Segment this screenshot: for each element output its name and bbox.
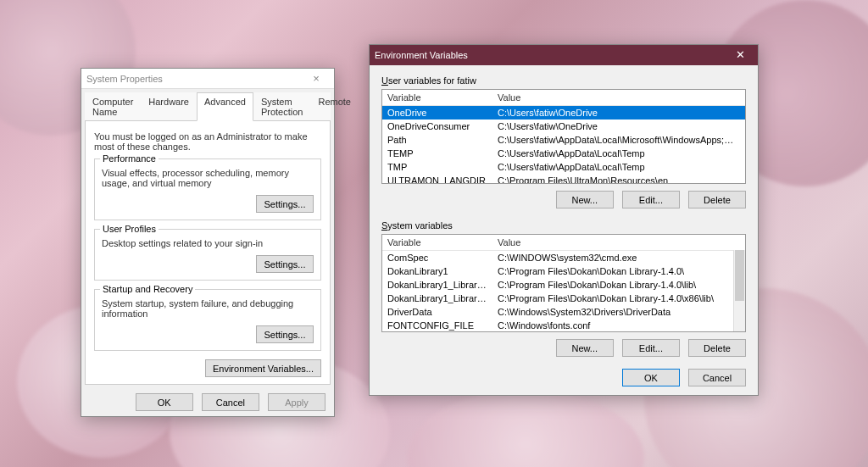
- user-delete-button[interactable]: Delete: [688, 191, 746, 208]
- var-name: DokanLibrary1_LibraryPath_...: [382, 279, 492, 291]
- table-row[interactable]: OneDriveConsumerC:\Users\fatiw\OneDrive: [382, 120, 745, 133]
- tab-remote[interactable]: Remote: [310, 92, 359, 120]
- user-list-header[interactable]: Variable Value: [382, 90, 745, 106]
- environment-variables-window: Environment Variables ✕ User variables f…: [369, 44, 759, 396]
- var-value: C:\Windows\fonts.conf: [492, 320, 745, 331]
- tab-system-protection[interactable]: System Protection: [253, 92, 311, 120]
- table-row[interactable]: DokanLibrary1C:\Program Files\Dokan\Doka…: [382, 264, 745, 278]
- var-value: C:\Program Files\Dokan\Dokan Library-1.4…: [492, 279, 745, 291]
- scrollbar-thumb[interactable]: [735, 250, 744, 301]
- sys-delete-button[interactable]: Delete: [688, 339, 746, 357]
- performance-title: Performance: [100, 153, 159, 164]
- envvar-cancel-button[interactable]: Cancel: [688, 369, 746, 386]
- var-value: C:\Users\fatiw\AppData\Local\Microsoft\W…: [492, 134, 745, 146]
- table-row[interactable]: FONTCONFIG_FILEC:\Windows\fonts.conf: [382, 319, 745, 332]
- col-variable[interactable]: Variable: [382, 90, 492, 105]
- table-row[interactable]: DokanLibrary1_LibraryPath_...C:\Program …: [382, 292, 745, 305]
- user-variables-label: User variables for fatiw: [381, 75, 746, 86]
- var-name: ComSpec: [382, 252, 492, 264]
- var-value: C:\Program Files\UltraMon\Resources\en: [492, 175, 745, 184]
- user-edit-button[interactable]: Edit...: [622, 191, 680, 208]
- user-profiles-group: User Profiles Desktop settings related t…: [94, 229, 321, 281]
- user-profiles-settings-button[interactable]: Settings...: [256, 255, 314, 273]
- var-value: C:\Users\fatiw\AppData\Local\Temp: [492, 161, 745, 173]
- var-value: C:\Program Files\Dokan\Dokan Library-1.4…: [492, 292, 745, 304]
- tab-advanced[interactable]: Advanced: [197, 92, 253, 121]
- system-variables-label: System variables: [381, 220, 746, 231]
- var-value: C:\Program Files\Dokan\Dokan Library-1.4…: [492, 265, 745, 277]
- envvar-ok-button[interactable]: OK: [622, 369, 680, 386]
- user-profiles-title: User Profiles: [100, 224, 159, 234]
- ok-button[interactable]: OK: [136, 393, 193, 411]
- var-name: TEMP: [382, 147, 492, 159]
- var-name: DokanLibrary1_LibraryPath_...: [382, 292, 492, 304]
- performance-group: Performance Visual effects, processor sc…: [94, 158, 321, 220]
- var-value: C:\Users\fatiw\OneDrive: [492, 120, 745, 132]
- var-name: DokanLibrary1: [382, 265, 492, 277]
- system-variables-list[interactable]: Variable Value ComSpecC:\WINDOWS\system3…: [381, 234, 746, 332]
- apply-button[interactable]: Apply: [268, 393, 326, 411]
- startup-recovery-desc: System startup, system failure, and debu…: [102, 298, 314, 319]
- envvar-titlebar[interactable]: Environment Variables ✕: [370, 45, 758, 65]
- var-name: ULTRAMON_LANGDIR: [382, 175, 492, 184]
- var-name: OneDrive: [382, 107, 492, 119]
- var-value: C:\Users\fatiw\OneDrive: [492, 107, 745, 119]
- environment-variables-button[interactable]: Environment Variables...: [205, 359, 321, 377]
- table-row[interactable]: DriverDataC:\Windows\System32\Drivers\Dr…: [382, 305, 745, 319]
- startup-recovery-group: Startup and Recovery System startup, sys…: [94, 289, 321, 351]
- performance-settings-button[interactable]: Settings...: [256, 195, 314, 213]
- sys-new-button[interactable]: New...: [556, 339, 614, 357]
- user-variables-list[interactable]: Variable Value OneDriveC:\Users\fatiw\On…: [381, 89, 746, 184]
- envvar-body: User variables for fatiw Variable Value …: [370, 65, 758, 395]
- system-properties-window: System Properties × Computer Name Hardwa…: [81, 68, 335, 417]
- var-name: OneDriveConsumer: [382, 120, 492, 132]
- table-row[interactable]: ComSpecC:\WINDOWS\system32\cmd.exe: [382, 251, 745, 264]
- startup-recovery-title: Startup and Recovery: [100, 284, 195, 294]
- var-value: C:\Windows\System32\Drivers\DriverData: [492, 306, 745, 318]
- table-row[interactable]: OneDriveC:\Users\fatiw\OneDrive: [382, 106, 745, 120]
- sysprop-footer: OK Cancel Apply: [81, 388, 334, 416]
- var-name: TMP: [382, 161, 492, 173]
- col-variable[interactable]: Variable: [382, 235, 492, 250]
- sysprop-titlebar[interactable]: System Properties ×: [81, 69, 334, 89]
- tab-computer-name[interactable]: Computer Name: [85, 92, 141, 120]
- sysprop-content: You must be logged on as an Administrato…: [85, 121, 331, 385]
- close-icon[interactable]: ×: [303, 69, 329, 89]
- table-row[interactable]: PathC:\Users\fatiw\AppData\Local\Microso…: [382, 133, 745, 147]
- table-row[interactable]: TMPC:\Users\fatiw\AppData\Local\Temp: [382, 160, 745, 174]
- scrollbar[interactable]: [733, 250, 745, 331]
- var-value: C:\WINDOWS\system32\cmd.exe: [492, 252, 745, 264]
- admin-note: You must be logged on as an Administrato…: [94, 131, 321, 152]
- col-value[interactable]: Value: [492, 235, 745, 250]
- tab-hardware[interactable]: Hardware: [141, 92, 197, 120]
- var-name: DriverData: [382, 306, 492, 318]
- sysprop-title: System Properties: [86, 69, 163, 89]
- table-row[interactable]: DokanLibrary1_LibraryPath_...C:\Program …: [382, 278, 745, 292]
- startup-settings-button[interactable]: Settings...: [256, 325, 314, 343]
- performance-desc: Visual effects, processor scheduling, me…: [102, 168, 314, 188]
- table-row[interactable]: TEMPC:\Users\fatiw\AppData\Local\Temp: [382, 147, 745, 160]
- var-value: C:\Users\fatiw\AppData\Local\Temp: [492, 147, 745, 159]
- table-row[interactable]: ULTRAMON_LANGDIRC:\Program Files\UltraMo…: [382, 174, 745, 184]
- close-icon[interactable]: ✕: [727, 45, 753, 65]
- cancel-button[interactable]: Cancel: [202, 393, 259, 411]
- col-value[interactable]: Value: [492, 90, 745, 105]
- sys-edit-button[interactable]: Edit...: [622, 339, 680, 357]
- var-name: FONTCONFIG_FILE: [382, 320, 492, 331]
- envvar-title: Environment Variables: [375, 45, 468, 65]
- user-profiles-desc: Desktop settings related to your sign-in: [102, 238, 314, 248]
- var-name: Path: [382, 134, 492, 146]
- sys-list-header[interactable]: Variable Value: [382, 235, 745, 251]
- user-new-button[interactable]: New...: [556, 191, 614, 208]
- sysprop-tabs: Computer Name Hardware Advanced System P…: [85, 92, 331, 121]
